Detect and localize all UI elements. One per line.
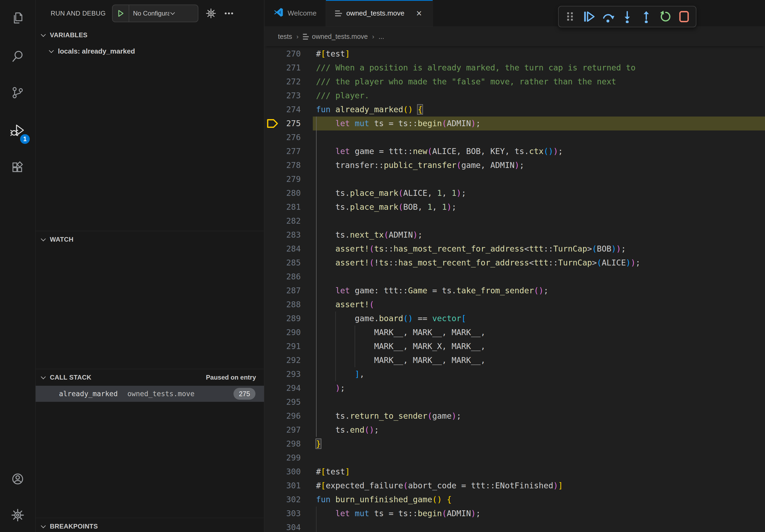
line-number[interactable]: 292: [279, 353, 301, 367]
line-number[interactable]: 276: [279, 131, 301, 144]
breakpoint-gutter[interactable]: [265, 507, 279, 520]
breakpoint-gutter[interactable]: [265, 89, 279, 103]
code-line[interactable]: 296 ts.return_to_sender(game);: [265, 409, 765, 423]
code-line[interactable]: 280 ts.place_mark(ALICE, 1, 1);: [265, 186, 765, 200]
configuration-dropdown-label[interactable]: No Configura: [129, 10, 169, 17]
breakpoint-gutter[interactable]: [265, 61, 279, 75]
step-out-icon[interactable]: [638, 9, 654, 24]
code-line[interactable]: 278 transfer::public_transfer(game, ADMI…: [265, 158, 765, 172]
line-number[interactable]: 281: [279, 200, 301, 214]
start-debugging-icon[interactable]: [113, 5, 129, 22]
line-number[interactable]: 274: [279, 103, 301, 117]
breakpoint-gutter[interactable]: [265, 256, 279, 270]
call-stack-frame[interactable]: already_marked owned_tests.move 275: [36, 386, 264, 402]
drag-handle[interactable]: [562, 9, 578, 24]
line-number[interactable]: 285: [279, 256, 301, 270]
line-number[interactable]: 302: [279, 493, 301, 507]
call-stack-section-header[interactable]: CALL STACK Paused on entry: [36, 369, 264, 386]
breakpoint-gutter[interactable]: [265, 270, 279, 284]
code-line[interactable]: 277 let game = ttt::new(ALICE, BOB, KEY,…: [265, 144, 765, 158]
code-line[interactable]: 288 assert!(: [265, 298, 765, 312]
code-line[interactable]: 286: [265, 270, 765, 284]
breakpoint-gutter[interactable]: [265, 479, 279, 493]
code-line[interactable]: 292 MARK__, MARK__, MARK__,: [265, 353, 765, 367]
debug-configuration-button[interactable]: No Configura: [112, 5, 198, 22]
line-number[interactable]: 298: [279, 437, 301, 451]
breakpoint-gutter[interactable]: [265, 158, 279, 172]
line-number[interactable]: 275: [279, 117, 301, 131]
variables-section-header[interactable]: VARIABLES: [36, 27, 264, 43]
code-line[interactable]: 298}: [265, 437, 765, 451]
breakpoint-gutter[interactable]: [265, 242, 279, 256]
breakpoint-gutter[interactable]: [265, 493, 279, 507]
activity-source-control[interactable]: [0, 80, 35, 107]
line-number[interactable]: 289: [279, 312, 301, 326]
line-number[interactable]: 284: [279, 242, 301, 256]
breakpoint-gutter[interactable]: [265, 144, 279, 158]
code-line[interactable]: 281 ts.place_mark(BOB, 1, 1);: [265, 200, 765, 214]
activity-settings[interactable]: [0, 502, 35, 529]
line-number[interactable]: 279: [279, 172, 301, 186]
line-number[interactable]: 297: [279, 423, 301, 437]
debug-step-marker-icon[interactable]: [265, 117, 279, 131]
tab-owned-tests-move[interactable]: owned_tests.move ×: [326, 0, 433, 27]
breadcrumb-symbol[interactable]: ...: [379, 33, 384, 40]
line-number[interactable]: 288: [279, 298, 301, 312]
code-line[interactable]: 279: [265, 172, 765, 186]
code-line[interactable]: 290 MARK__, MARK__, MARK__,: [265, 326, 765, 339]
code-line[interactable]: 289 game.board() == vector[: [265, 312, 765, 326]
breakpoint-gutter[interactable]: [265, 395, 279, 409]
breakpoint-gutter[interactable]: [265, 312, 279, 326]
breakpoint-gutter[interactable]: [265, 186, 279, 200]
code-editor[interactable]: 270#[test]271/// When a position is alre…: [265, 46, 765, 532]
breakpoint-gutter[interactable]: [265, 339, 279, 353]
line-number[interactable]: 286: [279, 270, 301, 284]
step-into-icon[interactable]: [619, 9, 635, 24]
line-number[interactable]: 303: [279, 507, 301, 520]
breakpoint-gutter[interactable]: [265, 520, 279, 532]
code-line[interactable]: 273/// player.: [265, 89, 765, 103]
activity-search[interactable]: [0, 43, 35, 70]
restart-icon[interactable]: [657, 9, 673, 24]
code-line[interactable]: 302fun burn_unfinished_game() {: [265, 493, 765, 507]
activity-explorer[interactable]: [0, 5, 35, 32]
step-over-icon[interactable]: [600, 9, 616, 24]
code-line[interactable]: 272/// the player who made the "false" m…: [265, 75, 765, 89]
close-icon[interactable]: ×: [415, 9, 423, 18]
watch-section-header[interactable]: WATCH: [36, 231, 264, 248]
breakpoint-gutter[interactable]: [265, 367, 279, 381]
gear-icon[interactable]: [205, 8, 217, 19]
code-line[interactable]: 299: [265, 451, 765, 465]
code-line[interactable]: 303 let mut ts = ts::begin(ADMIN);: [265, 507, 765, 520]
line-number[interactable]: 299: [279, 451, 301, 465]
breakpoint-gutter[interactable]: [265, 103, 279, 117]
variables-scope-locals[interactable]: locals: already_marked: [36, 43, 264, 59]
line-number[interactable]: 300: [279, 465, 301, 479]
breadcrumb-tests[interactable]: tests: [278, 33, 292, 40]
breadcrumb-file[interactable]: owned_tests.move: [312, 33, 368, 40]
breakpoint-gutter[interactable]: [265, 131, 279, 144]
code-line[interactable]: 295: [265, 395, 765, 409]
line-number[interactable]: 272: [279, 75, 301, 89]
code-line[interactable]: 285 assert!(!ts::has_most_recent_for_add…: [265, 256, 765, 270]
line-number[interactable]: 270: [279, 47, 301, 61]
activity-extensions[interactable]: [0, 155, 35, 182]
line-number[interactable]: 277: [279, 144, 301, 158]
line-number[interactable]: 290: [279, 326, 301, 339]
line-number[interactable]: 287: [279, 284, 301, 298]
code-line[interactable]: 301#[expected_failure(abort_code = ttt::…: [265, 479, 765, 493]
line-number[interactable]: 282: [279, 214, 301, 228]
breakpoint-gutter[interactable]: [265, 423, 279, 437]
line-number[interactable]: 283: [279, 228, 301, 242]
breakpoint-gutter[interactable]: [265, 326, 279, 339]
line-number[interactable]: 280: [279, 186, 301, 200]
code-line[interactable]: 270#[test]: [265, 47, 765, 61]
code-line[interactable]: 276: [265, 131, 765, 144]
code-line[interactable]: 297 ts.end();: [265, 423, 765, 437]
line-number[interactable]: 295: [279, 395, 301, 409]
breakpoint-gutter[interactable]: [265, 172, 279, 186]
current-debug-line[interactable]: 275 let mut ts = ts::begin(ADMIN);: [265, 117, 765, 131]
breakpoint-gutter[interactable]: [265, 298, 279, 312]
code-line[interactable]: 293 ],: [265, 367, 765, 381]
activity-account[interactable]: [0, 466, 35, 493]
